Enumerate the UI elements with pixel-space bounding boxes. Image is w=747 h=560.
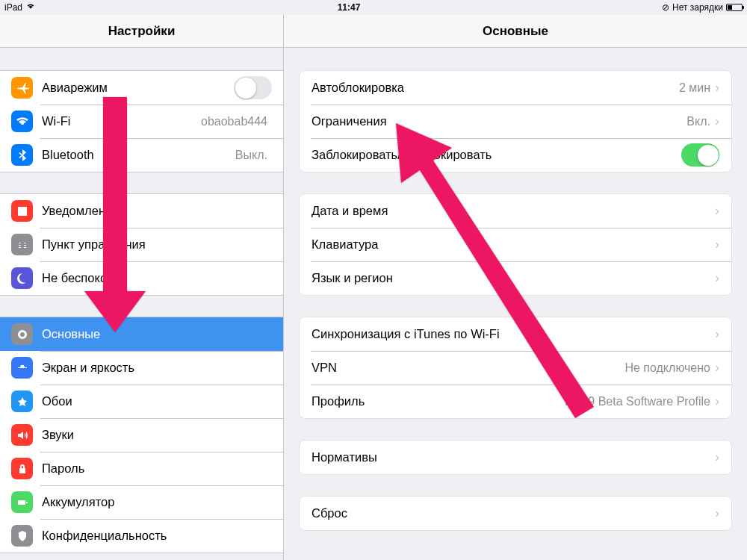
sidebar-item-gear[interactable]: Основные [0,317,283,351]
row-label: Конфиденциальность [42,529,272,543]
device-label: iPad [4,2,22,13]
rotation-lock-icon: ⊘ [662,2,669,13]
detail-group-1: Дата и время›Клавиатура›Язык и регион› [299,193,732,296]
detail-group-4: Сброс› [299,496,732,531]
row-label: Bluetooth [42,148,235,162]
row-label: Синхронизация с iTunes по Wi-Fi [311,327,715,341]
row-label: VPN [311,361,624,375]
sidebar-title: Настройки [108,24,176,39]
chevron-right-icon: › [715,270,719,286]
sidebar-item-battery[interactable]: Аккумулятор [0,485,283,519]
status-time: 11:47 [36,2,662,13]
sidebar-group-0: АвиарежимWi-Fiobaobab444BluetoothВыкл. [0,70,283,172]
sidebar-item-control[interactable]: Пункт управления [0,228,283,261]
row-label: Авиарежим [42,81,234,95]
detail-item-0-2[interactable]: Заблокировать/разблокировать [300,138,731,172]
notify-icon [11,200,33,222]
chevron-right-icon: › [715,237,719,252]
detail-item-2-1[interactable]: VPNНе подключено› [300,351,731,385]
sidebar-item-sound[interactable]: Звуки [0,418,283,452]
row-label: Пароль [42,461,272,476]
row-value: iOS 9 Beta Software Profile [565,395,710,408]
sidebar-item-wallpaper[interactable]: Обои [0,385,283,418]
wifi-icon [11,111,33,132]
chevron-right-icon: › [715,203,719,219]
row-label: Обои [42,394,272,408]
row-label: Пункт управления [42,237,272,252]
gear-icon [11,323,33,345]
row-label: Не беспокоить [42,271,272,285]
row-label: Клавиатура [311,237,715,252]
detail-item-1-2[interactable]: Язык и регион› [300,261,731,295]
detail-item-0-1[interactable]: ОграниченияВкл.› [300,105,731,138]
detail-item-0-0[interactable]: Автоблокировка2 мин› [300,71,731,105]
battery-icon [726,4,743,11]
wallpaper-icon [11,391,33,412]
detail-item-2-0[interactable]: Синхронизация с iTunes по Wi-Fi› [300,317,731,351]
lock-icon [11,458,33,479]
row-label: Профиль [311,394,565,408]
row-label: Сброс [311,506,715,520]
toggle-switch[interactable] [681,143,719,167]
display-icon [11,357,33,379]
sidebar-item-privacy[interactable]: Конфиденциальность [0,519,283,553]
detail-item-3-0[interactable]: Нормативы› [300,441,731,474]
chevron-right-icon: › [715,326,719,342]
row-label: Дата и время [311,204,715,218]
privacy-icon [11,525,33,547]
detail-title: Основные [483,24,548,39]
chevron-right-icon: › [715,449,719,465]
detail-item-1-0[interactable]: Дата и время› [300,194,731,228]
bluetooth-icon [11,144,33,166]
sidebar-item-display[interactable]: Экран и яркость [0,351,283,385]
detail-group-2: Синхронизация с iTunes по Wi-Fi›VPNНе по… [299,317,732,419]
row-value: Не подключено [624,361,710,375]
row-value: 2 мин [679,81,710,95]
detail-item-2-2[interactable]: ПрофильiOS 9 Beta Software Profile› [300,385,731,418]
detail-group-0: Автоблокировка2 мин›ОграниченияВкл.›Забл… [299,70,732,172]
row-label: Экран и яркость [42,361,272,375]
charging-label: Нет зарядки [672,2,723,13]
sidebar-item-notify[interactable]: Уведомления [0,194,283,228]
row-label: Автоблокировка [311,81,679,95]
row-label: Заблокировать/разблокировать [311,148,681,162]
row-label: Язык и регион [311,271,715,285]
sidebar-item-lock[interactable]: Пароль [0,452,283,485]
chevron-right-icon: › [715,505,719,521]
sidebar-item-dnd[interactable]: Не беспокоить [0,261,283,295]
sound-icon [11,424,33,446]
wifi-icon [25,3,36,12]
detail-item-4-0[interactable]: Сброс› [300,497,731,530]
chevron-right-icon: › [715,80,719,96]
detail-header: Основные [284,15,747,48]
sidebar-item-airplane[interactable]: Авиарежим [0,71,283,105]
detail-group-3: Нормативы› [299,440,732,475]
battery-icon [11,491,33,513]
chevron-right-icon: › [715,113,719,129]
status-bar: iPad 11:47 ⊘ Нет зарядки [0,0,747,15]
row-label: Ограничения [311,114,686,128]
settings-sidebar: Настройки АвиарежимWi-Fiobaobab444Blueto… [0,15,284,560]
sidebar-group-1: УведомленияПункт управленияНе беспокоить [0,193,283,296]
sidebar-item-wifi[interactable]: Wi-Fiobaobab444 [0,105,283,138]
control-icon [11,234,33,255]
detail-item-1-1[interactable]: Клавиатура› [300,228,731,261]
chevron-right-icon: › [715,393,719,409]
row-label: Уведомления [42,204,272,218]
row-value: Выкл. [235,149,267,162]
detail-pane: Основные Автоблокировка2 мин›Ограничения… [284,15,747,560]
row-label: Нормативы [311,450,715,464]
row-label: Основные [42,327,272,341]
row-label: Аккумулятор [42,495,272,509]
sidebar-item-bluetooth[interactable]: BluetoothВыкл. [0,138,283,172]
sidebar-header: Настройки [0,15,283,48]
row-value: obaobab444 [201,115,267,128]
row-label: Wi-Fi [42,114,201,128]
chevron-right-icon: › [715,360,719,376]
row-value: Вкл. [686,115,710,128]
dnd-icon [11,267,33,289]
sidebar-group-2: ОсновныеЭкран и яркостьОбоиЗвукиПарольАк… [0,317,283,553]
airplane-icon [11,77,33,99]
toggle-switch[interactable] [234,76,272,99]
row-label: Звуки [42,428,272,442]
